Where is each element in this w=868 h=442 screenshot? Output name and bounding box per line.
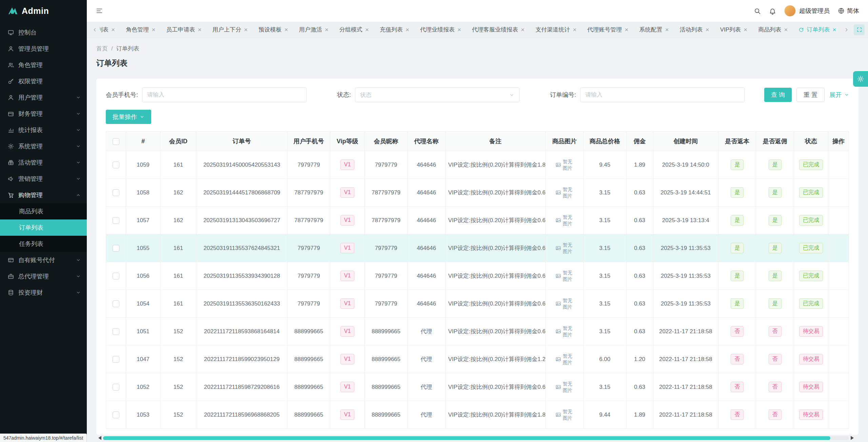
row-checkbox[interactable] (113, 162, 119, 168)
scroll-left-arrow-icon[interactable] (98, 436, 101, 440)
status-filter-select[interactable]: 状态 (355, 87, 519, 102)
close-icon[interactable]: × (521, 26, 525, 33)
sidebar-item[interactable]: 控制台 (0, 24, 87, 41)
sidebar-item[interactable]: 统计报表 (0, 122, 87, 138)
row-checkbox[interactable] (113, 356, 119, 363)
close-icon[interactable]: × (111, 26, 115, 33)
table-row[interactable]: 1057162202503191313043503696727787797979… (106, 207, 849, 234)
tab[interactable]: 支付渠道统计× (530, 22, 582, 38)
table-row[interactable]: 10541612025031911355363501624337979779V1… (106, 290, 849, 318)
tab[interactable]: 轮播图列表× (100, 22, 120, 38)
agent-icon (7, 273, 14, 280)
table-row[interactable]: 10591612025031914500054205531437979779V1… (106, 151, 849, 179)
row-checkbox[interactable] (113, 412, 119, 418)
close-icon[interactable]: × (744, 26, 747, 33)
sidebar-item[interactable]: 自有账号代付 (0, 252, 87, 268)
table-row[interactable]: 1058162202503191444517806868709787797979… (106, 179, 849, 207)
tab[interactable]: 充值列表× (374, 22, 415, 38)
select-all-checkbox[interactable] (113, 138, 119, 145)
row-checkbox[interactable] (113, 384, 119, 391)
table-row[interactable]: 1052152202211172118598729208616888999665… (106, 373, 849, 401)
close-icon[interactable]: × (325, 26, 329, 33)
sidebar-item[interactable]: 用户管理 (0, 89, 87, 106)
sidebar-subitem[interactable]: 任务列表 (0, 236, 87, 252)
row-checkbox[interactable] (113, 328, 119, 335)
tabs-scroll-right-icon[interactable] (842, 27, 851, 33)
close-icon[interactable]: × (152, 26, 155, 33)
tab[interactable]: 分组模式× (334, 22, 374, 38)
table-row[interactable]: 1051152202211172118593868164814888999665… (106, 318, 849, 345)
user-menu[interactable]: 超级管理员 (784, 5, 830, 17)
close-icon[interactable]: × (625, 26, 628, 33)
row-checkbox[interactable] (113, 245, 119, 252)
order-filter-input[interactable] (580, 87, 745, 102)
table-row[interactable]: 10561612025031911355339343901287979779V1… (106, 262, 849, 290)
close-icon[interactable]: × (406, 26, 409, 33)
table-row[interactable]: 1047152202211172118599023950129888999665… (106, 345, 849, 373)
tab[interactable]: 系统配置× (634, 22, 674, 38)
tab[interactable]: 代理账号管理× (582, 22, 634, 38)
row-checkbox[interactable] (113, 217, 119, 224)
scroll-right-arrow-icon[interactable] (851, 436, 854, 440)
cell-vip: V1 (330, 207, 364, 234)
search-button[interactable]: 查 询 (764, 88, 792, 102)
tabs-scroll-left-icon[interactable] (90, 27, 100, 33)
tab[interactable]: 员工申请表× (161, 22, 207, 38)
sidebar-item[interactable]: 投资理财 (0, 285, 87, 301)
close-icon[interactable]: × (706, 26, 709, 33)
breadcrumb-home[interactable]: 首页 (96, 45, 108, 52)
language-switcher[interactable]: 简体 (838, 7, 859, 15)
refresh-icon[interactable] (798, 27, 804, 33)
chevron-up-icon (76, 193, 81, 197)
tab[interactable]: 用户上下分× (207, 22, 253, 38)
scrollbar-thumb[interactable] (103, 436, 830, 440)
cell-phone: 888999665 (287, 373, 330, 401)
close-icon[interactable]: × (665, 26, 669, 33)
phone-filter-input[interactable] (142, 87, 307, 102)
sidebar-item[interactable]: 活动管理 (0, 154, 87, 171)
table-row[interactable]: 1053152202211172118596968868205888999665… (106, 401, 849, 429)
expand-filters-button[interactable]: 展开 (829, 88, 849, 102)
sidebar-item[interactable]: 总代理管理 (0, 268, 87, 285)
tab[interactable]: 订单列表× (793, 22, 842, 38)
brand-logo[interactable]: Admin (0, 0, 87, 22)
tab[interactable]: VIP列表× (715, 22, 753, 38)
tab[interactable]: 角色管理× (120, 22, 161, 38)
tab[interactable]: 预设模板× (253, 22, 294, 38)
close-icon[interactable]: × (244, 26, 248, 33)
table-row[interactable]: 10551612025031911355376248453217979779V1… (106, 234, 849, 262)
tab[interactable]: 代理客服业绩报表× (467, 22, 530, 38)
sidebar-item[interactable]: 系统管理 (0, 138, 87, 154)
close-icon[interactable]: × (284, 26, 288, 33)
sidebar-item[interactable]: 财务管理 (0, 106, 87, 122)
sidebar-subitem[interactable]: 订单列表 (0, 219, 87, 236)
sidebar-subitem[interactable]: 商品列表 (0, 203, 87, 219)
close-icon[interactable]: × (784, 26, 788, 33)
reset-button[interactable]: 重 置 (796, 88, 825, 102)
close-icon[interactable]: × (832, 26, 836, 33)
row-checkbox[interactable] (113, 273, 119, 279)
collapse-sidebar-icon[interactable] (96, 7, 103, 15)
tab[interactable]: 商品列表× (753, 22, 793, 38)
row-checkbox[interactable] (113, 300, 119, 307)
close-icon[interactable]: × (365, 26, 369, 33)
tab[interactable]: 代理业绩报表× (415, 22, 467, 38)
tab[interactable]: 用户激活× (294, 22, 334, 38)
close-icon[interactable]: × (198, 26, 201, 33)
row-checkbox[interactable] (113, 189, 119, 196)
tabs-fullscreen-icon[interactable] (854, 24, 865, 35)
search-icon[interactable] (754, 7, 761, 15)
scrollbar-track[interactable] (103, 436, 849, 440)
sidebar-item[interactable]: 角色管理 (0, 57, 87, 73)
tab[interactable]: 活动列表× (674, 22, 715, 38)
bulk-actions-button[interactable]: 批量操作 (106, 110, 151, 124)
settings-gear-icon[interactable] (853, 71, 868, 87)
notifications-bell-icon[interactable] (769, 7, 776, 15)
avatar (784, 5, 796, 17)
sidebar-item[interactable]: 权限管理 (0, 73, 87, 89)
sidebar-item[interactable]: 购物管理 (0, 187, 87, 203)
sidebar-item[interactable]: 管理员管理 (0, 41, 87, 57)
sidebar-item[interactable]: 营销管理 (0, 171, 87, 187)
close-icon[interactable]: × (573, 26, 576, 33)
close-icon[interactable]: × (457, 26, 461, 33)
